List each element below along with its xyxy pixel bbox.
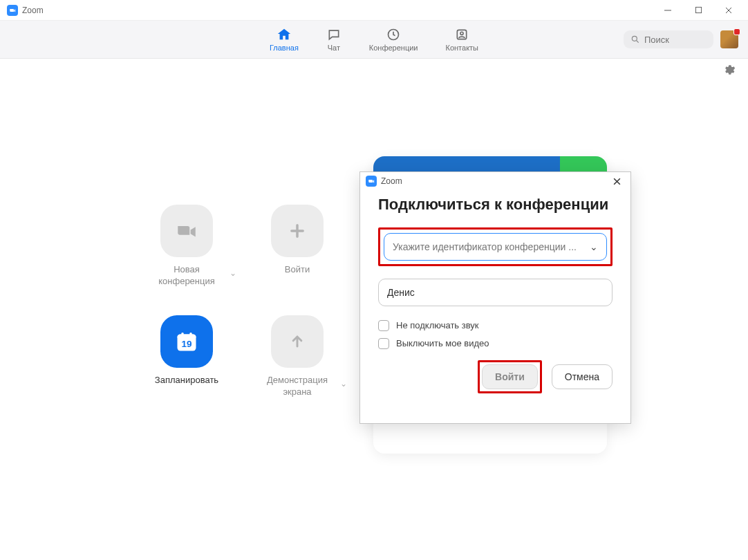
svg-point-9 [189,333,192,335]
dialog-title-left: Zoom [366,176,402,187]
check-label: Не подключать звук [396,320,479,330]
calendar-icon: 19 [160,315,213,368]
zoom-app-icon [7,5,18,16]
check-no-video[interactable]: Выключить мое видео [378,338,613,349]
tile-schedule[interactable]: 19 Запланировать [131,315,242,426]
cancel-button[interactable]: Отмена [552,364,613,389]
minimize-button[interactable] [653,0,683,21]
checkbox-icon [378,338,389,349]
calendar-card-header [373,156,607,171]
tile-label: Демонстрация экрана [267,375,328,398]
display-name-field[interactable] [378,279,613,306]
nav-home[interactable]: Главная [270,27,299,52]
dialog-actions: Войти Отмена [378,360,613,393]
dialog-close-button[interactable] [608,173,625,189]
tile-share-screen[interactable]: Демонстрация экрана ⌄ [242,315,353,426]
status-dot-icon [733,28,740,35]
search-box[interactable] [624,30,713,48]
chevron-down-icon: ⌄ [590,241,598,252]
tile-label: Войти [285,264,310,276]
search-icon [630,35,640,44]
user-avatar[interactable] [720,30,738,48]
svg-point-3 [460,32,463,35]
window-titlebar: Zoom [0,0,748,21]
tile-new-meeting[interactable]: Новая конференция ⌄ [131,205,242,315]
check-label: Выключить мое видео [396,338,489,348]
dialog-titlebar: Zoom [360,172,630,190]
window-controls [653,0,744,21]
join-dialog: Zoom Подключиться к конференции Укажите … [359,171,631,424]
svg-text:19: 19 [181,339,191,349]
search-input[interactable] [644,35,707,45]
main-content: Новая конференция ⌄ Войти 19 Запланирова… [0,59,748,560]
tile-label: Новая конференция [158,264,215,288]
clock-icon [386,27,401,42]
plus-icon [271,205,324,257]
chat-icon [326,27,342,42]
highlight-meeting-id: Укажите идентификатор конференции ... ⌄ [378,227,613,266]
tile-label: Запланировать [155,375,218,386]
svg-point-8 [181,333,184,335]
close-icon [613,177,621,186]
checkbox-icon [378,320,389,331]
dialog-body: Подключиться к конференции Укажите идент… [360,190,630,403]
nav-label: Чат [328,44,340,52]
nav-contacts[interactable]: Контакты [446,27,479,52]
window-title: Zoom [22,6,44,15]
svg-point-4 [632,36,637,41]
top-toolbar: Главная Чат Конференции Контакты [0,21,748,59]
home-icon [277,27,292,42]
arrow-up-icon [271,315,324,368]
nav-label: Конференции [369,44,418,52]
video-icon [160,205,213,257]
dialog-title: Zoom [381,176,402,186]
nav-meetings[interactable]: Конференции [369,27,418,52]
join-button[interactable]: Войти [482,364,538,389]
check-no-audio[interactable]: Не подключать звук [378,320,613,331]
nav-label: Главная [270,44,299,52]
meeting-id-combo[interactable]: Укажите идентификатор конференции ... ⌄ [384,233,607,261]
zoom-app-icon [366,176,377,187]
chevron-down-icon[interactable]: ⌄ [230,268,236,278]
highlight-join-button: Войти [478,360,542,393]
svg-rect-0 [695,7,701,12]
close-button[interactable] [713,0,744,21]
nav-chat[interactable]: Чат [326,27,342,52]
home-tiles: Новая конференция ⌄ Войти 19 Запланирова… [131,205,353,426]
dialog-heading: Подключиться к конференции [378,194,613,215]
display-name-input[interactable] [387,287,604,298]
contacts-icon [454,27,469,42]
meeting-id-placeholder: Укажите идентификатор конференции ... [393,241,577,252]
titlebar-left: Zoom [7,5,44,16]
maximize-button[interactable] [683,0,713,21]
dialog-checks: Не подключать звук Выключить мое видео [378,320,613,349]
chevron-down-icon[interactable]: ⌄ [340,379,347,389]
nav-label: Контакты [446,44,479,52]
nav-tabs: Главная Чат Конференции Контакты [270,27,478,52]
tile-join[interactable]: Войти [242,205,353,315]
toolbar-right [624,30,738,48]
